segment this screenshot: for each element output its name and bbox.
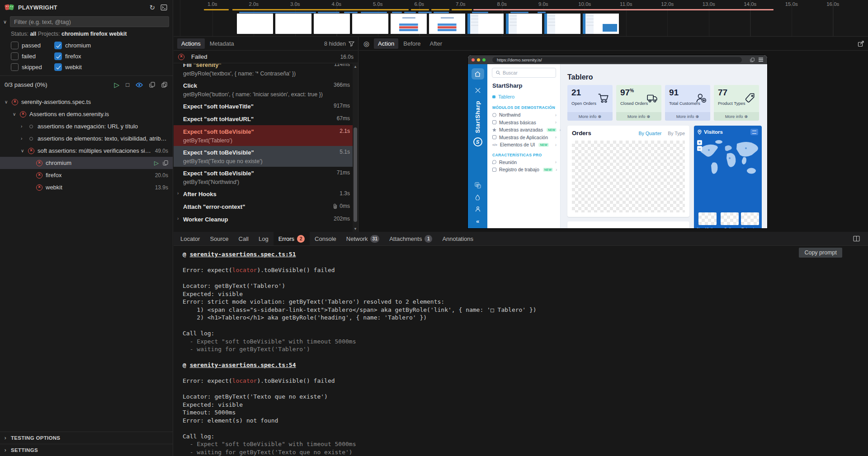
filter-checkbox[interactable]: failed (11, 52, 54, 60)
collapse-all-icon[interactable] (148, 81, 156, 89)
action-row[interactable]: Expect "soft toBeVisible" getByText('Tab… (174, 125, 353, 146)
details-tab[interactable]: Console (310, 232, 341, 245)
action-twisty-icon[interactable] (177, 202, 183, 203)
filter-checkbox[interactable]: skipped (11, 63, 54, 71)
filmstrip-frame[interactable] (391, 14, 427, 34)
action-twisty-icon[interactable]: › (177, 215, 183, 221)
app-nav-row: CARACTERÍSTICAS PRO (487, 149, 560, 159)
filmstrip-frame[interactable] (237, 14, 273, 34)
action-row[interactable]: Expect "soft toHaveTitle" 917ms (174, 100, 353, 113)
more-info-link[interactable]: More info⊕ (714, 112, 759, 121)
action-row[interactable]: Click getByRole('button', { name: 'Inici… (174, 79, 353, 100)
action-row[interactable]: Fill "serenity" getByRole('textbox', { n… (174, 64, 353, 79)
orders-tab-by-quarter[interactable]: By Quarter (638, 131, 661, 136)
page-snapshot[interactable]: https://demo.serenity.is/ StartSharp S (468, 55, 767, 228)
filmstrip-frame[interactable] (544, 14, 580, 34)
filmstrip-frame[interactable] (429, 14, 465, 34)
scroll-down-icon[interactable]: ▼ (353, 227, 358, 231)
details-tab[interactable]: Errors 2 (274, 232, 310, 245)
reveal-test-icon[interactable] (160, 81, 168, 89)
more-info-link[interactable]: More info⊕ (616, 112, 661, 121)
tree-twisty-icon[interactable]: › (21, 136, 28, 141)
filmstrip-frame[interactable] (506, 14, 542, 34)
test-tree-row[interactable]: webkit 13.9s ▷ (0, 181, 173, 193)
tab-action-snapshot[interactable]: Action (374, 38, 398, 49)
tab-actions[interactable]: Actions (177, 38, 205, 49)
details-tab[interactable]: Log (254, 232, 274, 245)
tree-twisty-icon[interactable]: ∨ (5, 99, 12, 104)
filmstrip-frame[interactable] (275, 14, 311, 34)
scroll-up-icon[interactable]: ▲ (353, 65, 358, 69)
timeline-action-bar (538, 12, 546, 13)
test-tree-row[interactable]: chromium ▷ (0, 157, 173, 169)
filmstrip-frame[interactable] (314, 14, 350, 34)
more-info-link[interactable]: More info⊕ (567, 112, 613, 121)
action-row[interactable]: › Worker Cleanup 202ms (174, 213, 353, 226)
scrollbar-thumb[interactable] (354, 127, 357, 221)
filmstrip-frame[interactable] (352, 14, 388, 34)
sidebar-section-header[interactable]: › SETTINGS (0, 444, 173, 456)
tab-after-snapshot[interactable]: After (426, 38, 446, 49)
filter-checkbox[interactable]: firefox (54, 52, 168, 60)
open-external-icon[interactable] (858, 40, 864, 47)
details-tab[interactable]: Annotations (437, 232, 478, 245)
test-tree-row[interactable]: › assertions de elementos: texto, visibi… (0, 132, 173, 145)
tree-twisty-icon[interactable]: ∨ (13, 112, 20, 117)
trace-timeline[interactable]: 1.0s2.0s3.0s4.0s5.0s6.0s7.0s8.0s9.0s10.0… (174, 0, 868, 37)
action-title: Worker Cleanup (183, 216, 228, 223)
details-tab[interactable]: Attachments 1 (384, 232, 437, 245)
filmstrip-frame[interactable] (583, 14, 619, 34)
action-row[interactable]: Expect "soft toBeVisible" getByText('Tex… (174, 146, 353, 167)
filmstrip-frame[interactable] (467, 14, 504, 34)
test-tree-row[interactable]: firefox 20.0s ▷ (0, 169, 173, 181)
refresh-icon[interactable]: ↻ (148, 3, 156, 12)
action-row[interactable]: Expect "soft toBeVisible" getByText('Nor… (174, 167, 353, 188)
stat-icon (598, 92, 609, 104)
tree-twisty-icon[interactable]: ∨ (21, 148, 28, 153)
filter-input[interactable] (10, 16, 169, 27)
zoom-out-button[interactable]: − (697, 146, 702, 151)
visitors-menu-button[interactable] (750, 129, 758, 135)
filter-checkbox[interactable]: passed (11, 42, 54, 49)
action-twisty-icon[interactable] (177, 115, 183, 116)
test-tree-row[interactable]: ∨ Assertions en demo.serenity.is ▷ (0, 108, 173, 120)
details-tab[interactable]: Locator (175, 232, 205, 245)
action-row[interactable]: Expect "soft toHaveURL" 67ms (174, 113, 353, 125)
action-twisty-icon[interactable] (177, 169, 183, 170)
action-twisty-icon[interactable] (177, 148, 183, 149)
copy-test-icon[interactable] (163, 160, 168, 166)
failed-group-header[interactable]: Failed 16.0s (174, 51, 358, 63)
action-twisty-icon[interactable] (177, 127, 183, 128)
orders-tab-by-type[interactable]: By Type (668, 131, 685, 136)
action-row[interactable]: › After Hooks 1.3s (174, 188, 353, 200)
circle-arrow-icon: ⊕ (695, 114, 699, 119)
test-tree-row[interactable]: › assertions de navegación: URL y título… (0, 120, 173, 132)
tab-metadata[interactable]: Metadata (206, 38, 238, 49)
sidebar-section-header[interactable]: › TESTING OPTIONS (0, 432, 173, 444)
test-tree-row[interactable]: ∨ soft assertions: múltiples verificacio… (0, 145, 173, 157)
action-row[interactable]: Attach "error-context" 0ms (174, 200, 353, 213)
pick-locator-target-icon[interactable]: ◎ (363, 40, 369, 48)
tab-before-snapshot[interactable]: Before (399, 38, 425, 49)
section-collapse-icon[interactable]: ∨ (2, 19, 8, 25)
watch-eye-icon[interactable] (135, 81, 144, 89)
details-tab[interactable]: Call (234, 232, 254, 245)
terminal-icon[interactable] (160, 3, 168, 12)
details-tab[interactable]: Source (205, 232, 233, 245)
test-tree-row[interactable]: ∨ serenity-assertions.spec.ts ▷ (0, 96, 173, 108)
actions-scrollbar[interactable]: ▲ ▼ (353, 64, 358, 232)
tree-twisty-icon[interactable]: › (21, 124, 28, 129)
filter-funnel-icon[interactable] (349, 41, 354, 47)
run-test-icon[interactable]: ▷ (154, 160, 159, 166)
split-view-icon[interactable] (853, 235, 860, 242)
more-info-link[interactable]: More info⊕ (665, 112, 710, 121)
stop-icon[interactable]: □ (125, 81, 130, 89)
run-all-icon[interactable]: ▷ (113, 80, 121, 89)
action-twisty-icon[interactable] (177, 81, 183, 82)
action-twisty-icon[interactable] (177, 102, 183, 103)
action-twisty-icon[interactable]: › (177, 190, 183, 196)
filter-checkbox[interactable]: webkit (54, 63, 168, 71)
details-tab[interactable]: Network 31 (341, 232, 384, 245)
filter-checkbox[interactable]: chromium (54, 42, 168, 49)
zoom-in-button[interactable]: + (697, 140, 702, 145)
